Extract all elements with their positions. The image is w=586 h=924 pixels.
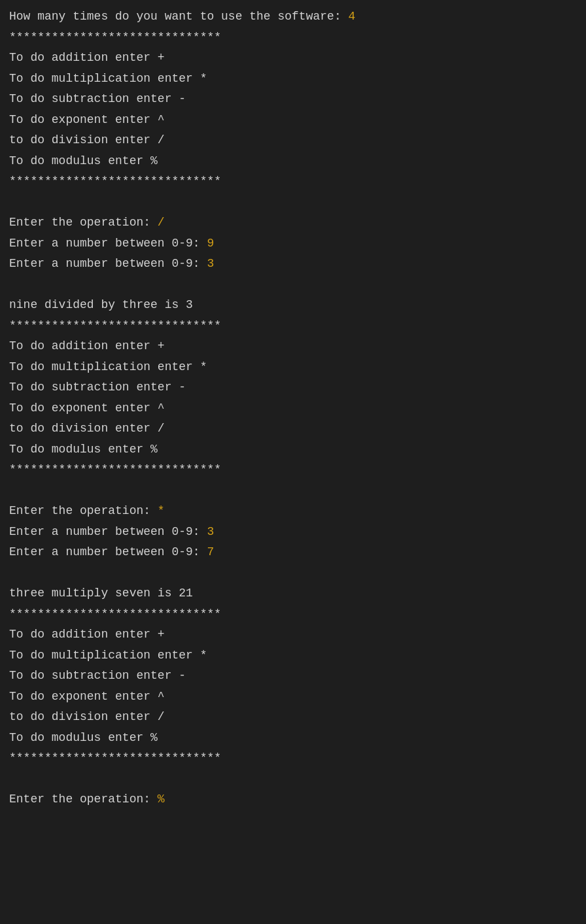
terminal-line: To do subtraction enter - bbox=[9, 377, 577, 398]
user-input-value: / bbox=[158, 216, 165, 229]
terminal-line: Enter a number between 0-9: 3 bbox=[9, 522, 577, 543]
terminal-line bbox=[9, 769, 577, 790]
terminal-line: To do exponent enter ^ bbox=[9, 398, 577, 419]
terminal-line: ****************************** bbox=[9, 748, 577, 769]
terminal-line: To do multiplication enter * bbox=[9, 69, 577, 90]
user-input-value: * bbox=[158, 504, 165, 517]
user-input-value: % bbox=[158, 793, 165, 806]
terminal-line: three multiply seven is 21 bbox=[9, 583, 577, 604]
user-input-value: 3 bbox=[207, 525, 214, 538]
terminal-line: To do addition enter + bbox=[9, 625, 577, 645]
terminal-line: to do division enter / bbox=[9, 419, 577, 439]
terminal-line: How many times do you want to use the so… bbox=[9, 7, 577, 27]
terminal-line: To do modulus enter % bbox=[9, 728, 577, 749]
terminal-line: nine divided by three is 3 bbox=[9, 295, 577, 316]
terminal-line: To do subtraction enter - bbox=[9, 89, 577, 110]
terminal-line bbox=[9, 481, 577, 502]
terminal-line: To do subtraction enter - bbox=[9, 666, 577, 687]
terminal-line: To do multiplication enter * bbox=[9, 357, 577, 378]
terminal-line: to do division enter / bbox=[9, 130, 577, 151]
terminal-line: Enter the operation: % bbox=[9, 789, 577, 810]
terminal-line bbox=[9, 192, 577, 213]
terminal-line bbox=[9, 275, 577, 296]
terminal-line: ****************************** bbox=[9, 27, 577, 48]
user-input-value: 3 bbox=[207, 257, 214, 270]
terminal-line: ****************************** bbox=[9, 316, 577, 337]
terminal-line: To do exponent enter ^ bbox=[9, 687, 577, 708]
terminal-line: To do addition enter + bbox=[9, 48, 577, 69]
terminal-line: ****************************** bbox=[9, 171, 577, 192]
terminal-output: How many times do you want to use the so… bbox=[9, 7, 577, 810]
terminal-line: Enter the operation: / bbox=[9, 213, 577, 233]
terminal-line: To do modulus enter % bbox=[9, 439, 577, 460]
terminal-line: To do multiplication enter * bbox=[9, 645, 577, 666]
user-input-value: 7 bbox=[207, 545, 214, 558]
terminal-line: to do division enter / bbox=[9, 707, 577, 728]
terminal-line: ****************************** bbox=[9, 460, 577, 481]
terminal-line bbox=[9, 563, 577, 584]
user-input-value: 4 bbox=[348, 10, 355, 23]
terminal-line: To do addition enter + bbox=[9, 336, 577, 357]
terminal-line: Enter a number between 0-9: 9 bbox=[9, 233, 577, 254]
terminal-line: To do exponent enter ^ bbox=[9, 110, 577, 131]
terminal-line: Enter a number between 0-9: 7 bbox=[9, 542, 577, 563]
terminal-line: To do modulus enter % bbox=[9, 151, 577, 172]
user-input-value: 9 bbox=[207, 237, 214, 250]
terminal-line: ****************************** bbox=[9, 604, 577, 625]
terminal-line: Enter the operation: * bbox=[9, 501, 577, 522]
terminal-line: Enter a number between 0-9: 3 bbox=[9, 254, 577, 275]
